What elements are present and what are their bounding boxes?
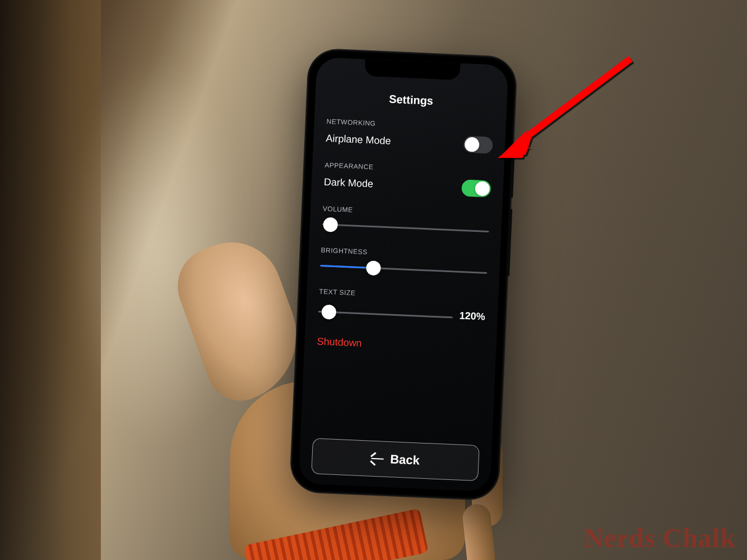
slider-thumb[interactable] [366, 260, 381, 276]
watermark: Nerds Chalk [584, 522, 736, 553]
slider-thumb[interactable] [323, 217, 338, 232]
section-label-networking: NETWORKING [326, 118, 493, 133]
notch [364, 59, 460, 80]
airplane-mode-toggle[interactable] [463, 136, 493, 153]
toggle-knob [465, 137, 480, 152]
section-label-text-size: TEXT SIZE [319, 287, 486, 302]
slider-fill [320, 265, 373, 269]
page-title: Settings [327, 90, 495, 110]
arrow-left-icon [371, 458, 383, 460]
slider-thumb[interactable] [322, 305, 337, 320]
back-button[interactable]: Back [311, 438, 480, 481]
annotation-arrow [493, 50, 639, 162]
svg-line-0 [518, 59, 630, 143]
toggle-knob [475, 181, 490, 196]
dark-mode-toggle[interactable] [461, 179, 491, 197]
text-size-value: 120% [459, 310, 485, 323]
section-label-brightness: BRIGHTNESS [321, 246, 488, 262]
section-brightness: BRIGHTNESS [320, 246, 488, 281]
back-button-label: Back [390, 452, 420, 468]
shutdown-button[interactable]: Shutdown [317, 335, 484, 354]
phone-screen: Settings NETWORKING Airplane Mode APPEAR… [299, 57, 509, 492]
brightness-slider[interactable] [320, 259, 488, 281]
section-networking: NETWORKING Airplane Mode [326, 118, 494, 154]
section-text-size: TEXT SIZE 120% [318, 287, 486, 326]
section-label-volume: VOLUME [323, 205, 490, 220]
row-airplane-mode: Airplane Mode [326, 130, 493, 154]
text-size-slider[interactable] [318, 304, 453, 324]
section-label-appearance: APPEARANCE [324, 161, 491, 176]
slider-track [322, 223, 489, 232]
row-dark-mode: Dark Mode [323, 174, 491, 198]
volume-slider[interactable] [322, 217, 489, 239]
slider-track [318, 311, 453, 318]
dark-mode-label: Dark Mode [324, 176, 374, 190]
airplane-mode-label: Airplane Mode [326, 132, 391, 147]
section-appearance: APPEARANCE Dark Mode [323, 161, 491, 198]
section-volume: VOLUME [322, 205, 490, 239]
iphone-device: Settings NETWORKING Airplane Mode APPEAR… [290, 49, 517, 500]
